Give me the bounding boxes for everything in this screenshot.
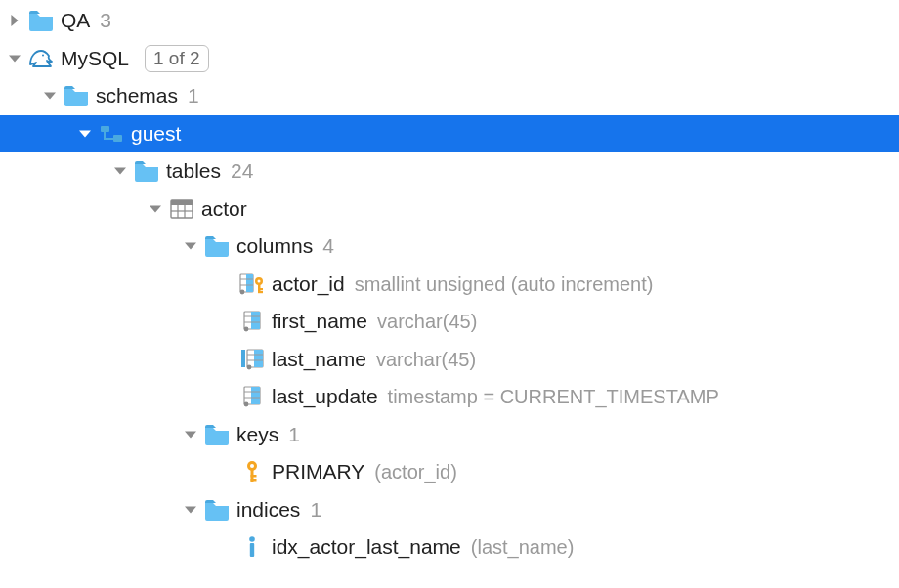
tree-count: 1 bbox=[188, 77, 199, 115]
tree-node-column-last-name[interactable]: last_name varchar(45) bbox=[0, 341, 899, 379]
chevron-down-icon[interactable] bbox=[6, 53, 23, 64]
tree-node-guest[interactable]: guest bbox=[0, 115, 899, 153]
index-columns: (last_name) bbox=[471, 528, 575, 567]
svg-point-35 bbox=[250, 464, 254, 468]
tree-node-columns[interactable]: columns 4 bbox=[0, 228, 899, 266]
indexed-column-icon bbox=[238, 346, 266, 373]
column-type: smallint unsigned (auto increment) bbox=[355, 266, 654, 304]
folder-icon bbox=[63, 82, 90, 109]
column-type: timestamp = CURRENT_TIMESTAMP bbox=[388, 378, 719, 416]
folder-icon bbox=[133, 157, 160, 185]
mysql-dolphin-icon bbox=[27, 45, 55, 72]
schema-icon bbox=[98, 120, 125, 147]
svg-rect-23 bbox=[241, 350, 245, 367]
column-type: varchar(45) bbox=[376, 341, 476, 379]
tree-count: 1 bbox=[310, 491, 321, 529]
tree-label: first_name bbox=[272, 303, 367, 341]
tree-node-column-last-update[interactable]: last_update timestamp = CURRENT_TIMESTAM… bbox=[0, 378, 899, 416]
tree-label: actor bbox=[201, 190, 247, 229]
chevron-down-icon[interactable] bbox=[182, 429, 199, 441]
folder-icon bbox=[203, 496, 231, 524]
tree-label: keys bbox=[236, 416, 278, 454]
chevron-down-icon[interactable] bbox=[182, 240, 199, 252]
tree-node-mysql[interactable]: MySQL 1 of 2 bbox=[0, 40, 899, 78]
index-icon bbox=[238, 533, 266, 561]
tree-label: guest bbox=[131, 115, 181, 153]
svg-rect-16 bbox=[258, 291, 263, 293]
counter-badge: 1 of 2 bbox=[145, 45, 209, 72]
tree-count: 24 bbox=[231, 152, 253, 190]
chevron-right-icon[interactable] bbox=[6, 15, 23, 26]
tree-label: QA bbox=[61, 2, 90, 40]
tree-node-schemas[interactable]: schemas 1 bbox=[0, 77, 899, 115]
folder-icon bbox=[203, 232, 231, 260]
svg-rect-2 bbox=[113, 135, 122, 142]
chevron-down-icon[interactable] bbox=[182, 504, 199, 516]
tree-label: MySQL bbox=[61, 40, 129, 78]
tree-label: last_name bbox=[272, 341, 366, 379]
key-icon bbox=[238, 458, 266, 485]
svg-rect-37 bbox=[251, 475, 257, 478]
folder-icon bbox=[27, 7, 55, 34]
svg-rect-4 bbox=[171, 200, 193, 205]
table-icon bbox=[168, 195, 195, 223]
folder-icon bbox=[203, 421, 231, 448]
tree-node-index[interactable]: idx_actor_last_name (last_name) bbox=[0, 528, 899, 567]
tree-node-actor[interactable]: actor bbox=[0, 190, 899, 229]
svg-rect-25 bbox=[254, 350, 263, 367]
chevron-down-icon[interactable] bbox=[111, 165, 129, 177]
svg-rect-38 bbox=[251, 479, 257, 482]
tree-label: last_update bbox=[272, 378, 378, 416]
tree-count: 4 bbox=[322, 228, 334, 266]
svg-point-0 bbox=[42, 54, 44, 56]
tree-label: indices bbox=[236, 491, 300, 529]
svg-rect-1 bbox=[101, 126, 109, 132]
tree-node-keys[interactable]: keys 1 bbox=[0, 416, 899, 454]
svg-point-12 bbox=[240, 289, 245, 294]
column-type: varchar(45) bbox=[377, 303, 477, 341]
svg-point-33 bbox=[244, 402, 249, 407]
tree-node-column-actor-id[interactable]: actor_id smallint unsigned (auto increme… bbox=[0, 266, 899, 304]
tree-label: actor_id bbox=[272, 266, 345, 304]
svg-rect-9 bbox=[246, 274, 253, 292]
database-tree: QA 3 MySQL 1 of 2 schemas 1 bbox=[0, 0, 899, 567]
svg-rect-40 bbox=[250, 543, 254, 557]
tree-node-column-first-name[interactable]: first_name varchar(45) bbox=[0, 303, 899, 341]
svg-point-39 bbox=[249, 536, 255, 542]
tree-label: columns bbox=[236, 228, 313, 266]
tree-label: tables bbox=[166, 152, 221, 190]
svg-rect-19 bbox=[251, 312, 260, 329]
tree-count: 3 bbox=[100, 2, 111, 40]
tree-label: idx_actor_last_name bbox=[272, 528, 461, 567]
tree-node-key-primary[interactable]: PRIMARY (actor_id) bbox=[0, 453, 899, 491]
chevron-down-icon[interactable] bbox=[147, 203, 164, 215]
tree-label: PRIMARY bbox=[272, 453, 364, 491]
tree-node-tables[interactable]: tables 24 bbox=[0, 152, 899, 190]
svg-rect-15 bbox=[258, 288, 263, 290]
tree-node-indices[interactable]: indices 1 bbox=[0, 491, 899, 529]
svg-point-22 bbox=[244, 327, 249, 332]
primary-key-column-icon bbox=[238, 271, 266, 298]
tree-label: schemas bbox=[96, 77, 178, 115]
chevron-down-icon[interactable] bbox=[41, 90, 59, 102]
svg-point-17 bbox=[258, 279, 261, 282]
column-icon bbox=[238, 308, 266, 335]
chevron-down-icon[interactable] bbox=[76, 128, 94, 140]
tree-count: 1 bbox=[288, 416, 300, 454]
tree-node-qa[interactable]: QA 3 bbox=[0, 2, 899, 40]
svg-point-28 bbox=[247, 364, 252, 369]
column-icon bbox=[238, 383, 266, 410]
svg-rect-30 bbox=[251, 387, 260, 404]
key-columns: (actor_id) bbox=[374, 453, 456, 491]
